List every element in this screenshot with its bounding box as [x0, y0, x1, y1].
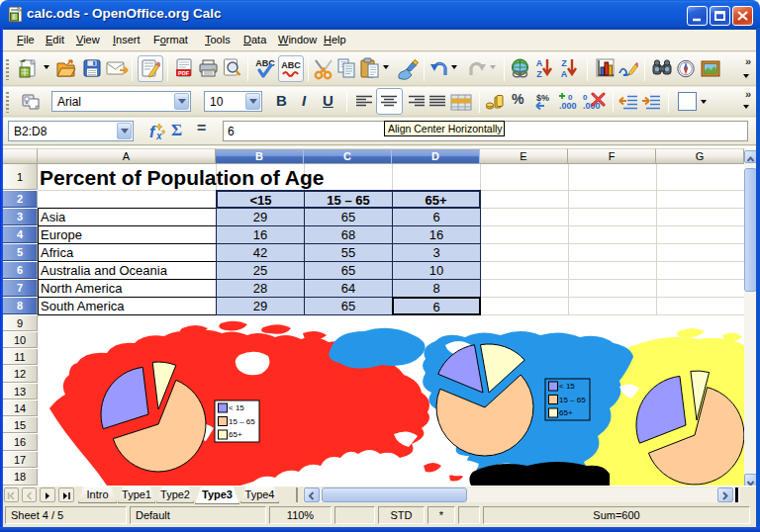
- svg-text:A: A: [561, 69, 568, 79]
- svg-text:ABC: ABC: [281, 60, 301, 70]
- svg-text:65+: 65+: [229, 430, 242, 439]
- svg-text:A: A: [536, 58, 543, 68]
- svg-text:PDF: PDF: [178, 70, 190, 76]
- svg-text:15 – 65: 15 – 65: [559, 396, 586, 404]
- svg-text:Z: Z: [536, 69, 542, 79]
- svg-text:x: x: [155, 131, 162, 141]
- svg-text:f: f: [149, 124, 156, 140]
- svg-text:15 – 65: 15 – 65: [229, 417, 255, 426]
- svg-text:.000: .000: [559, 101, 577, 111]
- svg-text:65+: 65+: [559, 408, 573, 417]
- svg-text:Z: Z: [561, 58, 567, 68]
- svg-text:.000: .000: [583, 101, 601, 111]
- svg-text:%: %: [541, 93, 549, 103]
- svg-text:ABC: ABC: [255, 58, 275, 68]
- svg-text:< 15: < 15: [559, 382, 575, 391]
- svg-text:< 15: < 15: [229, 403, 244, 412]
